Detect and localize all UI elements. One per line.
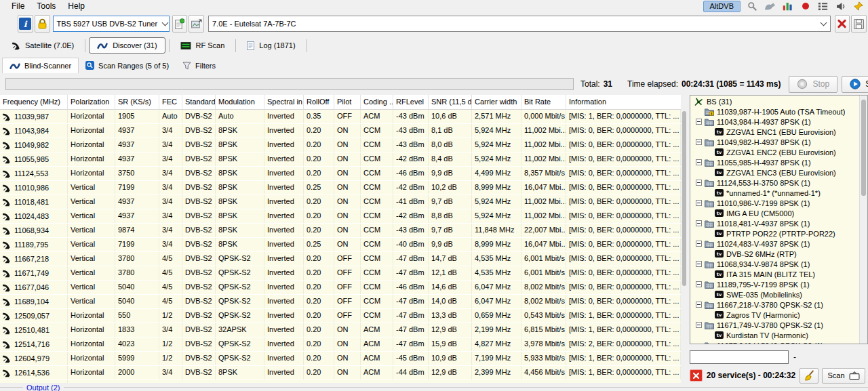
channel-list-icon[interactable] [817, 1, 829, 12]
tree-transponder[interactable]: 11124,553-H-3750 8PSK (1) [690, 178, 859, 188]
tree-root[interactable]: BS (31) [690, 96, 859, 106]
table-row[interactable]: 11068,934Vertical98743/4DVB-S28PSKInvert… [0, 224, 681, 238]
table-row[interactable]: 12604,979Horizontal59991/2DVB-S2QPSK-S2I… [0, 352, 681, 366]
tree-transponder[interactable]: 11024,483-V-4937 8PSK (1) [690, 239, 859, 249]
table-row[interactable]: 11055,985Horizontal49373/4DVB-S28PSKInve… [0, 152, 681, 167]
tree-transponder[interactable]: 11667,218-V-3780 QPSK-S2 (1) [690, 300, 859, 310]
tab-log[interactable]: Log (1871) [239, 38, 302, 54]
tree-service[interactable]: tvDVB-S2 6MHz (RTP) [690, 249, 859, 259]
tuner-select[interactable]: TBS 5927 USB DVB-S2 Tuner [53, 16, 170, 32]
collapse-icon[interactable] [696, 220, 702, 226]
column-header[interactable]: RFLevel [393, 95, 429, 109]
tree-service[interactable]: tvPTRTP POR22 (PTRTP-POR22) [690, 228, 859, 239]
column-header[interactable]: Frequency (MHz) [0, 95, 68, 109]
tree-transponder[interactable]: 11677,046-V-5040 QPSK-S2 (1) [690, 340, 859, 344]
collapse-icon[interactable] [696, 261, 702, 267]
table-row[interactable]: 12614,536Horizontal20003/4DVB-S28PSKInve… [0, 366, 681, 380]
column-header[interactable]: SNR (11,5 dB) [429, 95, 472, 109]
table-row[interactable]: 11010,986Vertical71993/4DVB-S28PSKInvert… [0, 181, 681, 195]
tree-transponder[interactable]: 11671,749-V-3780 QPSK-S2 (1) [690, 320, 859, 330]
collapse-icon[interactable] [696, 302, 702, 308]
tree-service[interactable]: tvZZGVA1 ENC2 (EBU Eurovision) [690, 147, 859, 157]
save-button[interactable] [851, 15, 867, 33]
tree-transponder[interactable]: !11039,987-H-1905 Auto (TSA Timeout) [690, 106, 859, 117]
column-header[interactable]: Information [566, 95, 688, 109]
table-row[interactable]: 12514,716Horizontal40231/2DVB-S2QPSK-S2I… [0, 337, 681, 352]
table-row[interactable]: 11043,984Horizontal49373/4DVB-S28PSKInve… [0, 124, 681, 138]
delete-satellite-button[interactable] [835, 15, 850, 33]
collapse-icon[interactable] [696, 322, 702, 328]
table-row[interactable]: 11189,795Vertical71993/4DVB-S28PSKInvert… [0, 238, 681, 252]
capture-button[interactable] [189, 15, 204, 33]
tree-service[interactable]: tvITA 315 MAIN (BLITZ TEL) [690, 269, 859, 279]
column-header[interactable]: Bit Rate [521, 95, 566, 109]
tree-service[interactable]: tvIMG A EU (CM5000) [690, 208, 859, 218]
table-row[interactable]: 11689,104Vertical50404/5DVB-S2QPSK-S2Inv… [0, 295, 681, 309]
pin-icon[interactable] [852, 1, 864, 12]
statistics-icon[interactable] [782, 1, 793, 12]
search-icon[interactable] [747, 1, 758, 12]
tab-discover[interactable]: Discover (31) [89, 37, 165, 54]
tree-service[interactable]: tvZagros TV (Harmonic) [690, 310, 859, 320]
table-row[interactable]: 11677,046Vertical50404/5DVB-S2QPSK-S2Inv… [0, 281, 681, 295]
menu-file[interactable]: File [5, 1, 31, 12]
table-row[interactable]: 11024,483Vertical49373/4DVB-S28PSKInvert… [0, 209, 681, 224]
tree-transponder[interactable]: 11010,986-V-7199 8PSK (1) [690, 198, 859, 208]
table-scrollbar-thumb[interactable] [682, 111, 686, 286]
device-info-button[interactable]: i [18, 15, 33, 33]
column-header[interactable]: Standard [182, 95, 216, 109]
tab-rf-scan[interactable]: RF Scan [173, 38, 233, 53]
stop-button[interactable]: Stop [789, 76, 837, 93]
column-header[interactable]: Polarization [68, 95, 115, 109]
table-row[interactable]: 11671,749Vertical37804/5DVB-S2QPSK-S2Inv… [0, 266, 681, 281]
volume-icon[interactable] [835, 1, 846, 12]
tree-transponder[interactable]: 11189,795-V-7199 8PSK (1) [690, 279, 859, 289]
column-header[interactable]: RollOff [304, 95, 334, 109]
collapse-icon[interactable] [696, 139, 702, 145]
altdvb-button[interactable]: AltDVB [703, 1, 741, 12]
tree-service[interactable]: tv*unnamed-1* (*unnamed-1*) [690, 188, 859, 198]
column-header[interactable]: Carrier width [472, 95, 521, 109]
column-header[interactable]: FEC [159, 95, 182, 109]
lock-button[interactable] [35, 15, 50, 33]
column-header[interactable]: Pilot [334, 95, 361, 109]
tree-scrollbar[interactable] [859, 96, 867, 344]
table-scrollbar[interactable] [681, 95, 688, 383]
collapse-icon[interactable] [696, 159, 702, 165]
tree-filter-input[interactable] [690, 350, 789, 364]
tab-filters[interactable]: Filters [176, 58, 222, 73]
tree-transponder[interactable]: 11055,985-H-4937 8PSK (1) [690, 157, 859, 167]
column-header[interactable]: Spectral in... [264, 95, 304, 109]
table-row[interactable]: 11124,553Horizontal37503/4DVB-S28PSKInve… [0, 167, 681, 181]
preview-icon[interactable] [764, 1, 776, 12]
collapse-icon[interactable] [696, 281, 702, 287]
tree-transponder[interactable]: 11018,481-V-4937 8PSK (1) [690, 218, 859, 228]
collapse-icon[interactable] [696, 180, 702, 186]
record-icon[interactable] [800, 1, 811, 12]
satellite-select[interactable]: 7.0E - Eutelsat 7A-7B-7C [208, 16, 831, 32]
collapse-icon[interactable] [696, 241, 702, 247]
table-row[interactable]: 11018,481Vertical49373/4DVB-S28PSKInvert… [0, 195, 681, 209]
collapse-icon[interactable] [696, 119, 702, 125]
menu-tools[interactable]: Tools [31, 1, 62, 12]
table-row[interactable]: 12510,481Horizontal18333/4DVB-S232APSKIn… [0, 323, 681, 337]
collapse-icon[interactable] [696, 200, 702, 206]
start-button[interactable]: Start [842, 76, 868, 93]
tree-service[interactable]: tvZZGVA1 ENC3 (EBU Eurovision) [690, 167, 859, 178]
tree-service[interactable]: tvZZGVA1 ENC1 (EBU Eurovision) [690, 127, 859, 137]
table-row[interactable]: 12509,057Horizontal5501/2DVB-S2QPSK-S2In… [0, 309, 681, 323]
tree-transponder[interactable]: 11068,934-V-9874 8PSK (1) [690, 259, 859, 269]
tree-scrollbar-thumb[interactable] [861, 100, 866, 196]
tree-service[interactable]: tvSWE-035 (Mobilelinks) [690, 289, 859, 300]
table-row[interactable]: 11039,987Horizontal1905AutoDVB-S2AutoInv… [0, 110, 681, 124]
column-header[interactable]: Modulation [216, 95, 264, 109]
column-header[interactable]: Coding ... [361, 95, 393, 109]
tree-service[interactable]: tvKurdistan TV (Harmonic) [690, 330, 859, 340]
clear-results-button[interactable] [690, 369, 703, 382]
table-row[interactable]: 11049,982Horizontal49373/4DVB-S28PSKInve… [0, 138, 681, 152]
tab-satellite[interactable]: Satellite (7.0E) [4, 38, 81, 54]
new-document-button[interactable] [172, 15, 188, 33]
tree-transponder[interactable]: 11049,982-H-4937 8PSK (1) [690, 137, 859, 147]
output-label[interactable]: Output (2) [23, 384, 64, 391]
tab-blind-scanner[interactable]: Blind-Scanner [2, 58, 79, 73]
